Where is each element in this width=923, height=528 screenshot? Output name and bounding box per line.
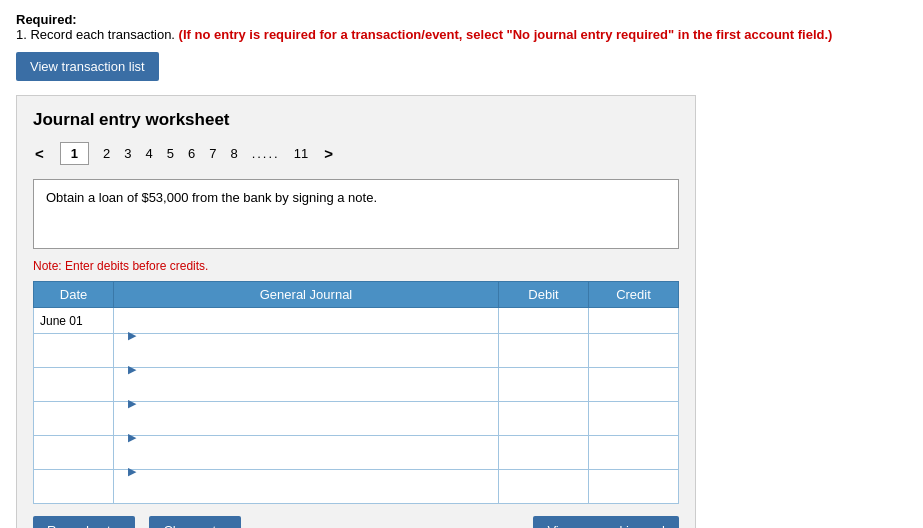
credit-input-2[interactable]: [589, 368, 678, 401]
credit-input-3[interactable]: [589, 402, 678, 435]
date-cell-0: June 01: [34, 308, 114, 334]
clear-entry-button[interactable]: Clear entry: [149, 516, 241, 528]
journal-table: Date General Journal Debit Credit June 0…: [33, 281, 679, 504]
page-11[interactable]: 11: [294, 146, 308, 161]
date-cell-4: [34, 436, 114, 470]
date-cell-2: [34, 368, 114, 402]
col-header-date: Date: [34, 282, 114, 308]
view-transaction-btn-container: View transaction list: [16, 52, 907, 81]
page-3[interactable]: 3: [124, 146, 131, 161]
debit-cell-1[interactable]: [499, 334, 589, 368]
prev-page-button[interactable]: <: [33, 145, 46, 162]
debit-cell-0[interactable]: [499, 308, 589, 334]
description-text: Obtain a loan of $53,000 from the bank b…: [46, 190, 377, 205]
credit-cell-4[interactable]: [589, 436, 679, 470]
debit-cell-4[interactable]: [499, 436, 589, 470]
gj-input-1[interactable]: [128, 342, 498, 375]
indent-arrow-4: ▶: [128, 431, 136, 443]
debit-input-1[interactable]: [499, 334, 588, 367]
current-page-box[interactable]: 1: [60, 142, 89, 165]
indent-arrow-5: ▶: [128, 465, 136, 477]
gj-input-0[interactable]: [114, 308, 498, 333]
pagination-dots: .....: [252, 146, 280, 161]
indent-arrow-1: ▶: [128, 329, 136, 341]
button-row: Record entry Clear entry View general jo…: [33, 516, 679, 528]
col-header-credit: Credit: [589, 282, 679, 308]
debit-input-5[interactable]: [499, 470, 588, 503]
view-transaction-list-button[interactable]: View transaction list: [16, 52, 159, 81]
gj-cell-1[interactable]: ▶: [114, 334, 499, 368]
debit-cell-3[interactable]: [499, 402, 589, 436]
instruction-plain: 1. Record each transaction.: [16, 27, 179, 42]
credit-input-4[interactable]: [589, 436, 678, 469]
credit-input-5[interactable]: [589, 470, 678, 503]
col-header-gj: General Journal: [114, 282, 499, 308]
note-text: Note: Enter debits before credits.: [33, 259, 679, 273]
credit-cell-1[interactable]: [589, 334, 679, 368]
debit-input-4[interactable]: [499, 436, 588, 469]
credit-cell-3[interactable]: [589, 402, 679, 436]
page-2[interactable]: 2: [103, 146, 110, 161]
debit-cell-5[interactable]: [499, 470, 589, 504]
indent-arrow-3: ▶: [128, 397, 136, 409]
gj-input-4[interactable]: [128, 444, 498, 477]
debit-input-0[interactable]: [499, 308, 588, 333]
credit-cell-0[interactable]: [589, 308, 679, 334]
gj-input-5[interactable]: [128, 478, 498, 511]
credit-cell-2[interactable]: [589, 368, 679, 402]
page-4[interactable]: 4: [145, 146, 152, 161]
date-cell-3: [34, 402, 114, 436]
page-6[interactable]: 6: [188, 146, 195, 161]
debit-cell-2[interactable]: [499, 368, 589, 402]
pagination-row: < 1 2 3 4 5 6 7 8 ..... 11 >: [33, 142, 679, 165]
debit-input-2[interactable]: [499, 368, 588, 401]
gj-input-2[interactable]: [128, 376, 498, 409]
record-entry-button[interactable]: Record entry: [33, 516, 135, 528]
col-header-debit: Debit: [499, 282, 589, 308]
debit-input-3[interactable]: [499, 402, 588, 435]
page-8[interactable]: 8: [230, 146, 237, 161]
gj-cell-0[interactable]: [114, 308, 499, 334]
credit-input-1[interactable]: [589, 334, 678, 367]
next-page-button[interactable]: >: [322, 145, 335, 162]
description-box: Obtain a loan of $53,000 from the bank b…: [33, 179, 679, 249]
credit-input-0[interactable]: [589, 308, 678, 333]
worksheet-title: Journal entry worksheet: [33, 110, 679, 130]
table-header-row: Date General Journal Debit Credit: [34, 282, 679, 308]
date-cell-5: [34, 470, 114, 504]
credit-cell-5[interactable]: [589, 470, 679, 504]
required-section: Required: 1. Record each transaction. (I…: [16, 12, 907, 42]
page-5[interactable]: 5: [167, 146, 174, 161]
page-7[interactable]: 7: [209, 146, 216, 161]
required-title: Required:: [16, 12, 77, 27]
indent-arrow-2: ▶: [128, 363, 136, 375]
date-cell-1: [34, 334, 114, 368]
view-general-journal-button[interactable]: View general journal: [533, 516, 679, 528]
journal-worksheet: Journal entry worksheet < 1 2 3 4 5 6 7 …: [16, 95, 696, 528]
gj-input-3[interactable]: [128, 410, 498, 443]
instruction-bold: (If no entry is required for a transacti…: [179, 27, 833, 42]
